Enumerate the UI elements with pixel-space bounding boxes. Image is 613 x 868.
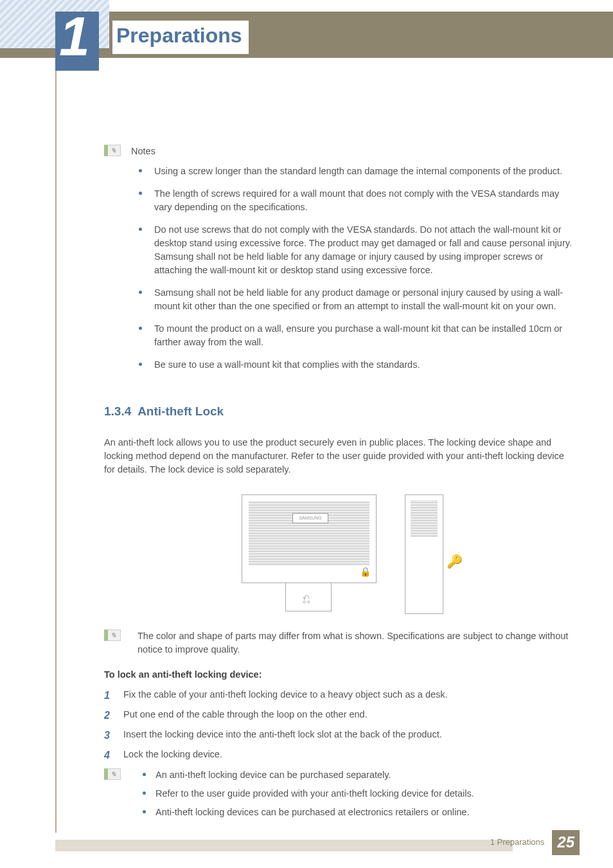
footnote-item: Refer to the user guide provided with yo… <box>155 787 574 800</box>
figure-note-row: The color and shape of parts may differ … <box>104 629 574 656</box>
footer-chapter-label: 1 Preparations <box>490 836 545 849</box>
footnotes-list: An anti-theft locking device can be purc… <box>155 768 574 824</box>
notes-list: Using a screw longer than the standard l… <box>154 165 574 372</box>
section-intro: An anti-theft lock allows you to use the… <box>104 436 574 476</box>
note-item: To mount the product on a wall, ensure y… <box>154 322 574 349</box>
step: 2Put one end of the cable through the lo… <box>104 708 574 723</box>
step-text: Fix the cable of your anti-theft locking… <box>123 688 448 701</box>
lock-slot-front-icon: 🔒 <box>360 565 371 578</box>
step: 1Fix the cable of your anti-theft lockin… <box>104 688 574 703</box>
step: 4Lock the locking device. <box>104 748 574 763</box>
footer-accent-bar <box>55 840 513 851</box>
footnotes-row: An anti-theft locking device can be purc… <box>104 768 574 824</box>
notes-block: Notes Using a screw longer than the stan… <box>104 145 574 372</box>
note-item: Do not use screws that do not comply wit… <box>154 223 574 277</box>
section-number: 1.3.4 <box>104 404 131 418</box>
monitor-stand-illustration <box>285 583 332 611</box>
step-number: 1 <box>104 688 114 703</box>
step-number: 3 <box>104 728 114 743</box>
notes-label: Notes <box>131 145 155 158</box>
monitor-side-illustration <box>405 494 443 614</box>
chapter-title: Preparations <box>112 21 249 54</box>
note-item: The length of screws required for a wall… <box>154 187 574 214</box>
step-text: Put one end of the cable through the loo… <box>123 708 368 721</box>
footnote-item: An anti-theft locking device can be purc… <box>155 768 574 782</box>
figure-note-text: The color and shape of parts may differ … <box>138 629 574 656</box>
note-item: Be sure to use a wall-mount kit that com… <box>154 358 574 372</box>
section-title: Anti-theft Lock <box>138 404 224 418</box>
step-number: 2 <box>104 708 114 723</box>
note-icon <box>104 145 121 156</box>
chapter-number: 1 <box>59 0 87 77</box>
left-margin-rule <box>55 71 57 833</box>
page-content: Notes Using a screw longer than the stan… <box>104 145 574 836</box>
monitor-front-illustration: SAMSUNG <box>242 494 377 583</box>
page-footer: 1 Preparations 25 <box>490 830 580 855</box>
note-icon <box>104 629 121 641</box>
procedure-steps: 1Fix the cable of your anti-theft lockin… <box>104 688 574 763</box>
procedure-title: To lock an anti-theft locking device: <box>104 668 574 682</box>
note-item: Using a screw longer than the standard l… <box>154 165 574 178</box>
note-icon <box>104 768 121 780</box>
page-number: 25 <box>552 830 580 855</box>
anti-theft-figure: SAMSUNG 🔒 🔑 <box>230 489 449 618</box>
step: 3Insert the locking device into the anti… <box>104 728 574 743</box>
section-heading: 1.3.4 Anti-theft Lock <box>104 402 574 420</box>
step-text: Insert the locking device into the anti-… <box>123 728 442 741</box>
monitor-brand-label: SAMSUNG <box>292 513 328 523</box>
step-text: Lock the locking device. <box>123 748 222 761</box>
footnote-item: Anti-theft locking devices can be purcha… <box>155 806 574 819</box>
step-number: 4 <box>104 748 114 763</box>
lock-key-icon: 🔑 <box>447 552 463 571</box>
note-item: Samsung shall not be held liable for any… <box>154 286 574 313</box>
